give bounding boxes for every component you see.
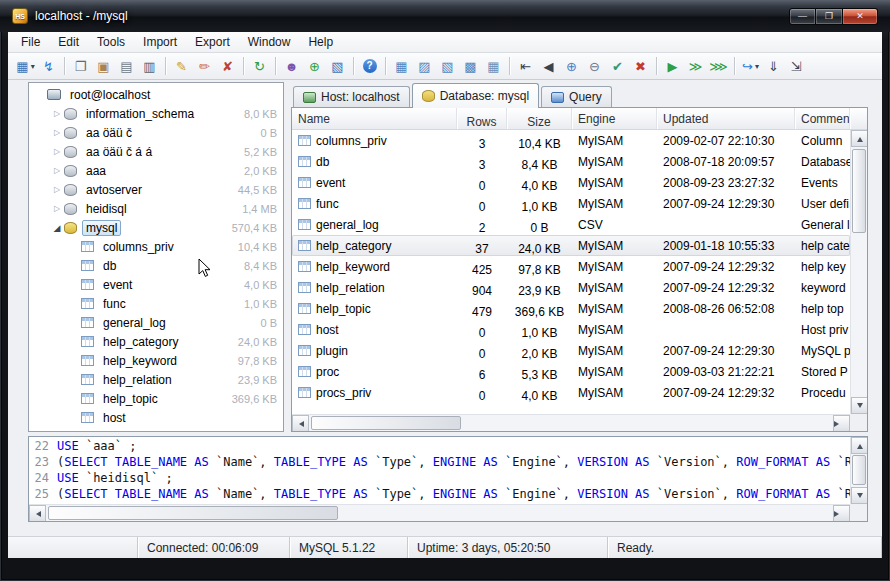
tree-item-db[interactable]: db8,4 KB [29, 256, 283, 275]
edit-button[interactable]: ✎ [170, 55, 193, 77]
collapsed-arrow-icon[interactable]: ▷ [50, 147, 64, 156]
save-sql-button[interactable]: ⇲ [785, 55, 808, 77]
column-header-size[interactable]: Size [507, 108, 572, 129]
menu-tools[interactable]: Tools [88, 33, 134, 51]
connection-button[interactable]: ↯ [37, 55, 60, 77]
tab-query[interactable]: Query [541, 86, 612, 107]
table-row-columns_priv[interactable]: columns_priv310,4 KBMyISAM2009-02-07 22:… [292, 130, 850, 151]
row-post-button[interactable]: ✔ [606, 55, 629, 77]
sql-vscroll-thumb[interactable] [852, 455, 866, 485]
table-export-button[interactable]: ▦ [482, 55, 505, 77]
grid-vscroll-thumb[interactable] [852, 149, 866, 233]
scroll-left-icon[interactable] [29, 505, 46, 522]
sql-dropdown-button[interactable]: ↪▾ [739, 55, 762, 77]
scroll-right-icon[interactable] [833, 415, 850, 432]
sql-log-lines[interactable]: 22USE `aaa` ;23(SELECT TABLE_NAME AS `Na… [29, 438, 850, 504]
tree-item-aaa[interactable]: ▷aaa2,0 KB [29, 161, 283, 180]
table-row-help_topic[interactable]: help_topic479369,6 KBMyISAM2008-08-26 06… [292, 298, 850, 319]
table-row-procs_priv[interactable]: procs_priv04,0 KBMyISAM2007-09-24 12:29:… [292, 382, 850, 403]
table-row-event[interactable]: event04,0 KBMyISAM2008-09-23 23:27:32Eve… [292, 172, 850, 193]
nav-first-button[interactable]: ⇤ [514, 55, 537, 77]
tree-item-information_schema[interactable]: ▷information_schema8,0 KB [29, 104, 283, 123]
export-file-button[interactable]: ▤ [115, 55, 138, 77]
tree-item-heidisql[interactable]: ▷heidisql1,4 MB [29, 199, 283, 218]
collapsed-arrow-icon[interactable]: ▷ [50, 166, 64, 175]
table-row-help_relation[interactable]: help_relation90423,9 KBMyISAM2007-09-24 … [292, 277, 850, 298]
grid-vertical-scrollbar[interactable] [850, 130, 867, 414]
load-sql-button[interactable]: ⇓ [762, 55, 785, 77]
menu-file[interactable]: File [12, 33, 49, 51]
table-edit-button[interactable]: ▧ [436, 55, 459, 77]
edit-color-button[interactable]: ✏ [193, 55, 216, 77]
expanded-arrow-icon[interactable]: ◢ [50, 223, 64, 233]
tab-database-mysql[interactable]: Database: mysql [412, 83, 539, 108]
tree-item-columns_priv[interactable]: columns_priv10,4 KB [29, 237, 283, 256]
sql-vertical-scrollbar[interactable] [850, 437, 867, 504]
collapsed-arrow-icon[interactable]: ▷ [50, 185, 64, 194]
table-row-plugin[interactable]: plugin02,0 KBMyISAM2007-09-24 12:29:30My… [292, 340, 850, 361]
table-row-proc[interactable]: proc65,3 KBMyISAM2009-03-03 21:22:21Stor… [292, 361, 850, 382]
nav-prev-button[interactable]: ◀ [537, 55, 560, 77]
menu-import[interactable]: Import [134, 33, 186, 51]
scroll-down-icon[interactable] [851, 487, 868, 504]
table-insert-button[interactable]: ▩ [459, 55, 482, 77]
sql-hscroll-thumb[interactable] [48, 506, 338, 520]
tab-host-localhost[interactable]: Host: localhost [293, 86, 410, 107]
table-row-db[interactable]: db38,4 KBMyISAM2008-07-18 20:09:57Databa… [292, 151, 850, 172]
table-row-host[interactable]: host01,0 KBMyISAMHost priv [292, 319, 850, 340]
sql-hscroll-track[interactable] [46, 505, 833, 521]
menu-export[interactable]: Export [186, 33, 239, 51]
row-cancel-button[interactable]: ⊖ [583, 55, 606, 77]
column-header-updated[interactable]: Updated [657, 108, 795, 129]
scroll-left-icon[interactable] [292, 415, 309, 432]
column-header-name[interactable]: Name [292, 108, 457, 129]
collapsed-arrow-icon[interactable]: ▷ [50, 109, 64, 118]
execute-sql-button[interactable]: ▶ [661, 55, 684, 77]
session-manager-button[interactable]: ▦▾ [14, 55, 37, 77]
menu-edit[interactable]: Edit [49, 33, 88, 51]
column-header-engine[interactable]: Engine [572, 108, 657, 129]
sql-horizontal-scrollbar[interactable] [29, 504, 850, 521]
clear-button[interactable]: ✘ [216, 55, 239, 77]
tree-item-help_relation[interactable]: help_relation23,9 KB [29, 370, 283, 389]
scroll-up-icon[interactable] [851, 437, 868, 454]
paste-button[interactable]: ▣ [92, 55, 115, 77]
grid-hscroll-thumb[interactable] [311, 416, 461, 430]
print-button[interactable]: ▥ [138, 55, 161, 77]
row-delete-button[interactable]: ✖ [629, 55, 652, 77]
table-row-help_keyword[interactable]: help_keyword42597,8 KBMyISAM2007-09-24 1… [292, 256, 850, 277]
titlebar[interactable]: HS localhost - /mysql — ❐ ✕ [0, 0, 890, 32]
tree-item-help_category[interactable]: help_category24,0 KB [29, 332, 283, 351]
column-header-comment[interactable]: Comment [795, 108, 850, 129]
table-row-general_log[interactable]: general_log20 BCSVGeneral l [292, 214, 850, 235]
table-row-func[interactable]: func01,0 KBMyISAM2007-09-24 12:29:30User… [292, 193, 850, 214]
create-database-button[interactable]: ⊕ [303, 55, 326, 77]
row-insert-button[interactable]: ⊕ [560, 55, 583, 77]
tree-splitter[interactable] [284, 82, 291, 432]
refresh-button[interactable]: ↻ [248, 55, 271, 77]
grid-vscroll-track[interactable] [851, 147, 867, 397]
scroll-up-icon[interactable] [851, 130, 868, 147]
tree-item-event[interactable]: event4,0 KB [29, 275, 283, 294]
table-row-help_category[interactable]: help_category3724,0 KBMyISAM2009-01-18 1… [292, 235, 850, 256]
sql-vscroll-track[interactable] [851, 454, 867, 487]
collapsed-arrow-icon[interactable]: ▷ [50, 204, 64, 213]
menu-help[interactable]: Help [299, 33, 342, 51]
tree-item-aa[interactable]: ▷aa öäü č0 B [29, 123, 283, 142]
close-button[interactable]: ✕ [843, 8, 878, 25]
tree-item-general_log[interactable]: general_log0 B [29, 313, 283, 332]
tree-item-mysql[interactable]: ◢mysql570,4 KB [29, 218, 283, 237]
grid-horizontal-scrollbar[interactable] [292, 414, 850, 431]
tree-item-func[interactable]: func1,0 KB [29, 294, 283, 313]
maximize-button[interactable]: ❐ [816, 8, 843, 25]
find-text-button[interactable]: ▧ [326, 55, 349, 77]
help-button[interactable]: ? [358, 55, 381, 77]
tree-item-help_keyword[interactable]: help_keyword97,8 KB [29, 351, 283, 370]
tree-item-host[interactable]: host [29, 408, 283, 427]
column-header-rows[interactable]: Rows [457, 108, 507, 129]
user-manager-button[interactable]: ☻ [280, 55, 303, 77]
minimize-button[interactable]: — [789, 8, 816, 25]
execute-line-button[interactable]: ⋙ [707, 55, 730, 77]
tree-item-help_topic[interactable]: help_topic369,6 KB [29, 389, 283, 408]
tree-item-aa[interactable]: ▷aa öäü č á á5,2 KB [29, 142, 283, 161]
